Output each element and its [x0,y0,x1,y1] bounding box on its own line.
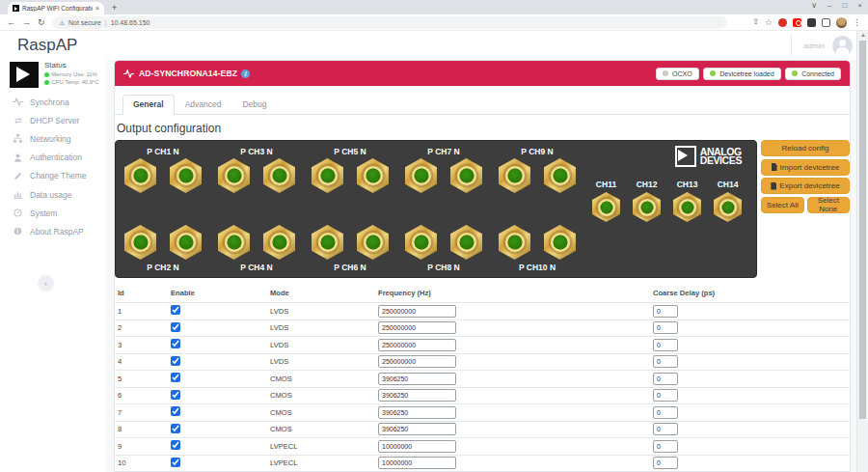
channel-pair-p-ch5-n: P CH5 N [312,147,389,193]
panel-actions: Reload config Import devicetree Export d… [761,140,850,213]
sma-connector-icon [124,225,156,260]
frequency-input[interactable] [378,373,456,385]
channel-label: P CH3 N [240,147,272,157]
new-tab-button[interactable]: + [112,4,117,13]
row-id: 6 [118,391,171,400]
user-avatar[interactable] [832,36,853,56]
status-block: Status Memory Use: 11%CPU Temp: 40.9°C [44,61,98,85]
export-devicetree-button[interactable]: Export devicetree [761,178,850,194]
coarse-delay-input[interactable] [653,423,678,435]
tab-debug[interactable]: Debug [231,95,277,115]
enable-checkbox[interactable] [171,390,180,400]
channel-label: CH14 [718,180,739,189]
sidebar-item-system[interactable]: System [0,204,106,222]
channel-pairs-top: P CH1 NP CH3 NP CH5 NP CH7 NP CH9 N [124,147,576,193]
frequency-input[interactable] [378,440,456,453]
output-table-body: 1LVDS2LVDS3LVDS4LVDS5CMOS6CMOS7CMOS8CMOS… [115,302,850,472]
mode-label: LVDS [270,341,378,349]
device-info-icon[interactable]: i [241,69,250,78]
sma-connector-icon [263,225,295,260]
output-table: IdEnableModeFrequency (Hz)Coarse Delay (… [115,284,850,472]
channel-pair-p-ch1-n: P CH1 N [124,147,202,193]
side-panel-icon[interactable] [822,18,830,27]
table-row: 1LVDS [115,302,850,319]
sma-connector-icon [499,225,530,260]
select-none-button[interactable]: Select None [807,197,851,213]
select-all-button[interactable]: Select All [761,197,804,213]
coarse-delay-input[interactable] [653,406,678,419]
reload-icon[interactable]: ↻ [38,17,45,27]
frequency-input[interactable] [378,423,456,435]
extension-red-icon[interactable] [778,18,787,27]
channel-label: P CH2 N [147,263,178,273]
frequency-input[interactable] [378,339,456,351]
enable-checkbox[interactable] [171,356,180,366]
sidebar-item-change-theme[interactable]: Change Theme [0,167,106,185]
frequency-input[interactable] [378,355,456,368]
frequency-input[interactable] [378,406,456,419]
sidebar-item-data-usage[interactable]: Data usage [0,185,106,204]
enable-checkbox[interactable] [171,305,180,315]
enable-checkbox[interactable] [171,406,180,416]
share-icon[interactable]: ⇧ [752,17,759,27]
table-row: 10LVPECL [115,455,850,472]
enable-checkbox[interactable] [171,373,180,382]
sidebar-collapse-button[interactable]: ‹ [38,275,54,292]
row-id: 10 [118,458,171,467]
table-row: 3LVDS [115,336,850,353]
sidebar-item-dhcp-server[interactable]: DHCP Server [0,111,106,129]
enable-checkbox[interactable] [171,440,180,450]
row-id: 4 [118,357,171,366]
sma-connector-icon [218,158,250,193]
back-icon[interactable]: ← [7,17,15,27]
channel-pair-p-ch8-n: P CH8 N [405,225,482,273]
tab-close-icon[interactable]: × [95,5,99,12]
forward-icon[interactable]: → [22,17,31,27]
enable-checkbox[interactable] [171,322,180,332]
window-minimize-button[interactable]: – [827,1,831,10]
frequency-input[interactable] [378,321,456,334]
tab-general[interactable]: General [122,95,175,115]
coarse-delay-input[interactable] [653,440,678,453]
import-devicetree-button[interactable]: Import devicetree [761,159,850,176]
channel-label: P CH9 N [521,147,553,157]
extension-adobe-icon[interactable] [793,18,801,27]
frequency-input[interactable] [378,305,456,318]
mode-label: CMOS [270,391,378,400]
tab-search-chevron-icon[interactable]: ∨ [811,1,817,10]
coarse-delay-input[interactable] [653,339,678,351]
browser-tab[interactable]: RaspAP WiFi Configuration Porta × [8,2,104,14]
window-close-button[interactable]: × [857,1,862,10]
browser-menu-kebab-icon[interactable]: ⋮ [853,17,861,27]
sidebar-item-synchrona[interactable]: Synchrona [0,93,106,111]
bookmark-star-icon[interactable]: ☆ [765,17,773,27]
tab-advanced[interactable]: Advanced [175,95,232,115]
coarse-delay-input[interactable] [653,457,678,469]
frequency-input[interactable] [378,389,456,402]
sidebar-item-about-raspap[interactable]: About RaspAP [0,222,106,240]
coarse-delay-input[interactable] [653,305,678,318]
coarse-delay-input[interactable] [653,321,678,334]
coarse-delay-input[interactable] [653,355,678,368]
enable-checkbox[interactable] [171,458,180,467]
page-scrollbar[interactable]: ▲ [856,31,868,472]
address-bar[interactable]: ⚠ Not secure | 10.48.65.150 [52,16,727,29]
sidebar-item-authentication[interactable]: Authentication [0,149,106,167]
enable-checkbox[interactable] [171,339,180,348]
scrollbar-thumb[interactable] [859,41,866,419]
coarse-delay-input[interactable] [653,389,678,402]
window-maximize-button[interactable]: □ [842,1,847,10]
channel-single-ch12: CH12 [633,180,661,222]
scrollbar-up-icon[interactable]: ▲ [860,32,866,38]
sidebar-item-networking[interactable]: Networking [0,129,106,148]
browser-profile-avatar[interactable] [836,17,847,28]
device-banner: AD-SYNCHRONA14-EBZ i OCXODevicetree load… [115,61,850,86]
reload-config-button[interactable]: Reload config [761,140,850,156]
frequency-input[interactable] [378,457,456,469]
extension-dark-icon[interactable] [807,18,816,27]
coarse-delay-input[interactable] [653,373,678,385]
enable-checkbox[interactable] [171,424,180,433]
mode-label: LVDS [270,307,378,316]
not-secure-warning-icon[interactable]: ⚠ [60,19,65,26]
user-menu[interactable]: admin [791,35,853,56]
